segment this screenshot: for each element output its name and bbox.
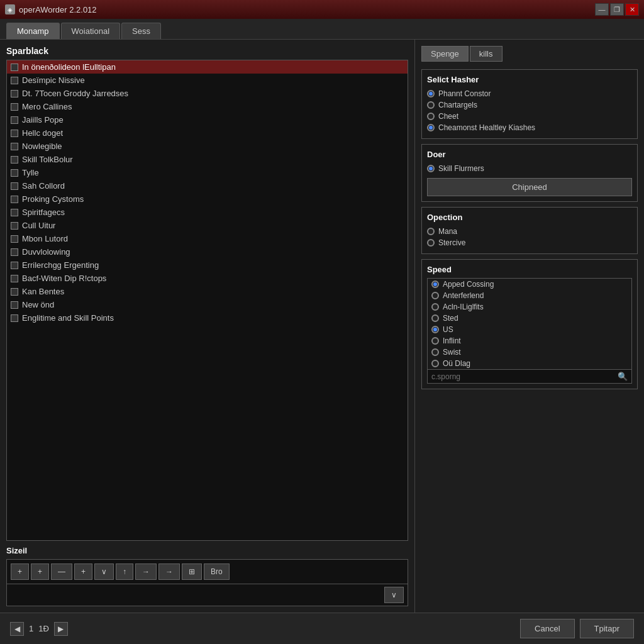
list-item[interactable]: Bacf-Witen Dip R!ctops: [7, 272, 408, 285]
list-item[interactable]: Hellc doget: [7, 126, 408, 140]
speed-item[interactable]: Apped Cossing: [428, 279, 631, 290]
list-checkbox: [11, 314, 18, 322]
list-item-label: Dt. 7Tocen Groddy Jarredses: [22, 89, 128, 98]
list-checkbox: [11, 169, 18, 177]
hasher-option[interactable]: Phannt Constor: [427, 88, 632, 99]
list-item[interactable]: Nowlegible: [7, 140, 408, 153]
list-checkbox: [11, 130, 18, 137]
restore-button[interactable]: ❐: [610, 3, 624, 16]
cancel-button[interactable]: Cancel: [520, 619, 574, 638]
toolbar-button[interactable]: →: [135, 564, 157, 580]
toolbar-button[interactable]: ⊞: [182, 564, 202, 580]
toolbar-button[interactable]: ↑: [116, 564, 133, 580]
list-item[interactable]: Mero Callines: [7, 100, 408, 113]
toolbar-button[interactable]: Bro: [204, 564, 230, 580]
radio-dot: [427, 101, 435, 109]
toolbar-nav: ∨: [6, 584, 408, 606]
list-checkbox: [11, 143, 18, 150]
list-item-label: New önd: [22, 300, 54, 309]
tabs-row: Monamp Woiational Sess: [0, 19, 644, 40]
speed-list[interactable]: Apped CossingAnterferlendAcln-ILiglfitsS…: [427, 278, 632, 370]
list-item[interactable]: Spiritfagecs: [7, 206, 408, 219]
list-item-label: Cull Uitur: [22, 221, 55, 230]
right-tab-kills[interactable]: kills: [470, 46, 502, 62]
title-bar-controls: — ❐ ✕: [595, 3, 639, 16]
tab-sess[interactable]: Sess: [121, 23, 161, 39]
speed-item-label: Apped Cossing: [443, 280, 494, 289]
list-item[interactable]: Kan Bentes: [7, 285, 408, 298]
list-item[interactable]: Englitime and Skill Points: [7, 311, 408, 325]
toolbar-button[interactable]: +: [11, 564, 29, 580]
list-item-label: Bacf-Witen Dip R!ctops: [22, 274, 106, 283]
list-checkbox: [11, 64, 18, 71]
speed-item[interactable]: Inflint: [428, 335, 631, 347]
speed-item[interactable]: Anterferlend: [428, 290, 631, 301]
list-checkbox: [11, 222, 18, 230]
hasher-option[interactable]: Cheet: [427, 111, 632, 122]
hasher-option-label: Phannt Constor: [438, 89, 491, 98]
left-panel: Sparblack In önenðolideon lEulltipanDesï…: [0, 40, 415, 613]
list-item[interactable]: Proking Cystoms: [7, 192, 408, 206]
opection-option[interactable]: Stercive: [427, 237, 632, 248]
speed-item[interactable]: US: [428, 324, 631, 335]
list-item[interactable]: Mbon Lutord: [7, 232, 408, 245]
tab-woiational[interactable]: Woiational: [61, 23, 120, 39]
doer-section: Doer Skill Flurmers Chipneed: [421, 144, 638, 202]
confirm-button[interactable]: Tpitapr: [580, 619, 634, 638]
toolbar-button[interactable]: —: [51, 564, 72, 580]
list-item[interactable]: Desïmpic Nissive: [7, 74, 408, 87]
speed-item[interactable]: Acln-ILiglfits: [428, 301, 631, 313]
speed-item[interactable]: Sted: [428, 313, 631, 324]
doer-title: Doer: [427, 150, 632, 159]
toolbar-button[interactable]: →: [158, 564, 180, 580]
toolbar-button[interactable]: ∨: [94, 564, 114, 580]
list-item[interactable]: Errilerchgg Ergenting: [7, 258, 408, 272]
speed-search-input[interactable]: [431, 372, 615, 381]
list-item-label: Spiritfagecs: [22, 208, 65, 217]
list-item[interactable]: Tylle: [7, 166, 408, 179]
page-of: 1Đ: [38, 624, 49, 633]
speed-item-label: Swist: [443, 348, 461, 357]
speed-item[interactable]: Oü Dlag: [428, 358, 631, 369]
prev-page-button[interactable]: ◀: [10, 622, 24, 636]
list-item[interactable]: Duvvlolowing: [7, 245, 408, 258]
toolbar-nav-down[interactable]: ∨: [384, 587, 404, 603]
next-page-button[interactable]: ▶: [54, 622, 68, 636]
radio-dot: [427, 124, 435, 131]
list-item[interactable]: In önenðolideon lEulltipan: [7, 60, 408, 74]
tab-monamp[interactable]: Monamp: [6, 23, 60, 39]
hasher-option[interactable]: Cheamonst Healtley Kiashes: [427, 122, 632, 133]
hasher-option[interactable]: Chartargels: [427, 99, 632, 111]
app-icon: ◈: [5, 4, 15, 14]
item-list[interactable]: In önenðolideon lEulltipanDesïmpic Nissi…: [6, 60, 408, 541]
toolbar-button[interactable]: +: [74, 564, 92, 580]
close-button[interactable]: ✕: [625, 3, 639, 16]
list-checkbox: [11, 235, 18, 243]
minimize-button[interactable]: —: [595, 3, 609, 16]
list-item[interactable]: Sah Collord: [7, 179, 408, 192]
opection-option[interactable]: Mana: [427, 226, 632, 237]
radio-dot: [431, 337, 439, 345]
radio-dot: [431, 326, 439, 333]
speed-item-label: Acln-ILiglfits: [443, 303, 484, 311]
list-checkbox: [11, 301, 18, 309]
list-item[interactable]: Jaiills Pope: [7, 113, 408, 126]
radio-dot: [431, 314, 439, 322]
right-tab-spenge[interactable]: Spenge: [421, 46, 469, 62]
list-item[interactable]: New önd: [7, 298, 408, 311]
doer-radio-item[interactable]: Skill Flurmers: [427, 163, 632, 174]
right-tabs: Spenge kills: [421, 46, 638, 62]
hasher-option-label: Cheet: [438, 112, 458, 121]
list-item[interactable]: Dt. 7Tocen Groddy Jarredses: [7, 87, 408, 100]
list-item-label: Hellc doget: [22, 128, 63, 138]
list-item-label: Nowlegible: [22, 142, 62, 151]
list-item[interactable]: Cull Uitur: [7, 219, 408, 232]
list-checkbox: [11, 90, 18, 97]
speed-item-label: Inflint: [443, 336, 461, 345]
speed-item[interactable]: Swist: [428, 347, 631, 358]
app-title: operAWorder 2.2.012: [19, 5, 97, 14]
toolbar-button[interactable]: +: [31, 564, 49, 580]
chipneed-button[interactable]: Chipneed: [427, 178, 632, 196]
list-item[interactable]: Skill TolkBolur: [7, 153, 408, 166]
toolbar-label: Sizeil: [6, 546, 408, 555]
